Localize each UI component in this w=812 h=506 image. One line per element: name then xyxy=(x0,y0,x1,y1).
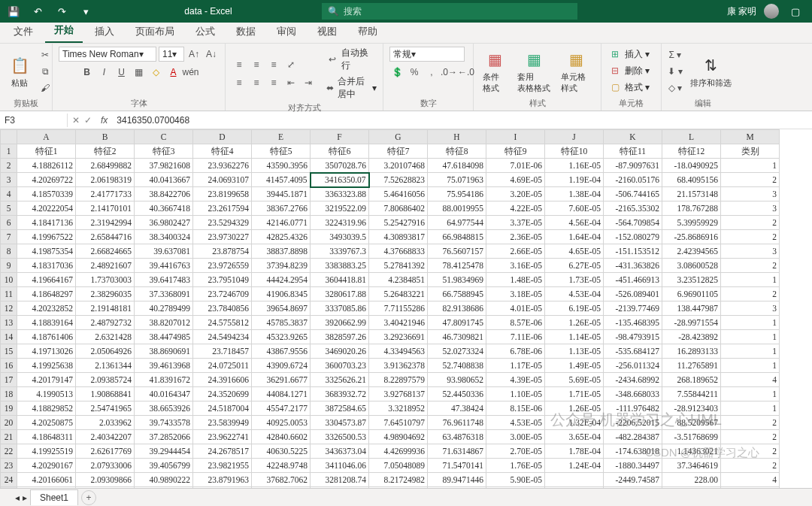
cell[interactable]: 4.18317036 xyxy=(17,259,76,273)
cell[interactable]: 23.5294329 xyxy=(193,216,252,230)
cell[interactable]: 2.07933006 xyxy=(76,459,135,473)
cell[interactable]: 37.3368091 xyxy=(135,287,193,301)
cell[interactable]: 40.2789499 xyxy=(135,301,193,316)
cell[interactable]: 37682.7062 xyxy=(252,473,311,487)
cell[interactable]: 3411046.06 xyxy=(311,459,369,473)
autosum-icon[interactable]: Σ ▾ xyxy=(668,47,683,62)
cell[interactable]: 39.4613968 xyxy=(135,359,193,373)
row-header[interactable]: 9 xyxy=(1,259,17,273)
cell[interactable]: 40.3667418 xyxy=(135,201,193,216)
qa-dropdown-icon[interactable]: ▾ xyxy=(77,2,95,20)
cell[interactable]: 23.7840856 xyxy=(193,301,252,316)
col-header[interactable]: A xyxy=(17,130,76,144)
cell[interactable]: -2449.74587 xyxy=(604,473,662,487)
fill-color-icon[interactable]: ◇ xyxy=(149,65,164,80)
cell[interactable]: 2.38296035 xyxy=(76,287,135,301)
cell[interactable]: 23.9730227 xyxy=(193,230,252,244)
cell[interactable]: 2.41771733 xyxy=(76,187,135,201)
cell[interactable]: 4.20250875 xyxy=(17,416,76,430)
cell[interactable]: 7.71155286 xyxy=(369,301,428,316)
col-header[interactable]: C xyxy=(135,130,193,144)
cell[interactable]: 2.65844716 xyxy=(76,230,135,244)
cell[interactable]: 特征1 xyxy=(17,144,76,159)
cell[interactable]: 3.23512825 xyxy=(662,273,721,287)
cell[interactable]: 3920662.99 xyxy=(311,316,369,330)
cell[interactable]: 3219522.09 xyxy=(311,201,369,216)
cell[interactable]: 64.977544 xyxy=(428,216,486,230)
cell[interactable]: 2.09309866 xyxy=(76,473,135,487)
cell[interactable]: 8.22897579 xyxy=(369,373,428,387)
cell[interactable]: 71.5470141 xyxy=(428,459,486,473)
cell[interactable]: 24.5187004 xyxy=(193,401,252,416)
row-header[interactable]: 13 xyxy=(1,316,17,330)
cell[interactable]: 23.7246709 xyxy=(193,287,252,301)
cell[interactable]: 特征4 xyxy=(193,144,252,159)
cell[interactable]: 4.18839164 xyxy=(17,316,76,330)
cell[interactable]: 24.3916606 xyxy=(193,373,252,387)
cell[interactable]: 3339767.3 xyxy=(311,244,369,259)
row-header[interactable]: 24 xyxy=(1,473,17,487)
cell[interactable]: 3.08600528 xyxy=(662,259,721,273)
cell[interactable]: 3.18E-05 xyxy=(486,287,545,301)
cell[interactable]: 特征7 xyxy=(369,144,428,159)
cell[interactable]: 40.0164347 xyxy=(135,387,193,401)
cell[interactable]: 4.20166061 xyxy=(17,473,76,487)
tab-帮助[interactable]: 帮助 xyxy=(349,21,386,43)
align-bottom-icon[interactable]: ≡ xyxy=(266,57,281,72)
row-header[interactable]: 15 xyxy=(1,344,17,359)
number-format-select[interactable]: 常规 ▾ xyxy=(389,47,465,62)
cell[interactable]: 24.5494234 xyxy=(193,330,252,344)
merge-center-button[interactable]: ⬌合并后居中 ▾ xyxy=(325,75,377,101)
cell[interactable]: 1.64E-04 xyxy=(545,230,604,244)
cell[interactable]: 2.6321428 xyxy=(76,330,135,344)
cell[interactable]: 1.26E-05 xyxy=(545,316,604,330)
cell[interactable]: 特征12 xyxy=(662,144,721,159)
cell[interactable]: 3 xyxy=(721,201,780,216)
cell[interactable]: 4.42699936 xyxy=(369,444,428,459)
cell[interactable]: 2.42394565 xyxy=(662,244,721,259)
cell[interactable]: 4 xyxy=(721,373,780,387)
cell[interactable]: 4.18570339 xyxy=(17,187,76,201)
row-header[interactable]: 2 xyxy=(1,159,17,173)
cell[interactable]: 4.20222054 xyxy=(17,201,76,216)
cell[interactable]: -151.153512 xyxy=(604,244,662,259)
paste-button[interactable]: 📋 粘贴 xyxy=(6,53,33,90)
cell[interactable]: 3683932.72 xyxy=(311,387,369,401)
cell[interactable]: 82.9138686 xyxy=(428,301,486,316)
cell[interactable]: -87.9097631 xyxy=(604,159,662,173)
cell[interactable]: 39.4416763 xyxy=(135,259,193,273)
cell[interactable]: 89.9471446 xyxy=(428,473,486,487)
cell[interactable]: 1.14363021 xyxy=(662,444,721,459)
cell[interactable]: 2 xyxy=(721,287,780,301)
cell[interactable]: 38.3400324 xyxy=(135,230,193,244)
cell-style-button[interactable]: ▦单元格样式 xyxy=(558,47,595,95)
cell[interactable]: 3.16E-05 xyxy=(486,259,545,273)
dec-decimal-icon[interactable]: ←.0 xyxy=(459,65,474,80)
cell[interactable]: -18.0490925 xyxy=(662,159,721,173)
col-header[interactable]: H xyxy=(428,130,486,144)
cell[interactable]: 1.19E-04 xyxy=(545,173,604,187)
formula-bar-value[interactable]: 3416350.0700468 xyxy=(112,115,194,126)
cell[interactable]: 1.49E-05 xyxy=(545,359,604,373)
cell[interactable]: 2.68499882 xyxy=(76,159,135,173)
cell[interactable]: 5.25427916 xyxy=(369,216,428,230)
cell[interactable]: 4.53E-05 xyxy=(486,416,545,430)
cancel-formula-icon[interactable]: ✕ xyxy=(72,115,80,126)
name-box[interactable]: F3 xyxy=(0,114,68,127)
cell[interactable]: 2.70E-05 xyxy=(486,444,545,459)
cell[interactable]: 23.2617594 xyxy=(193,201,252,216)
cell[interactable]: 41906.8345 xyxy=(252,287,311,301)
cell[interactable]: -28.423892 xyxy=(662,330,721,344)
row-header[interactable]: 16 xyxy=(1,359,17,373)
cell[interactable]: 24.0725011 xyxy=(193,359,252,373)
cell[interactable]: 4.56E-04 xyxy=(545,216,604,230)
cell[interactable]: 2 xyxy=(721,230,780,244)
cell[interactable]: 3.40421946 xyxy=(369,316,428,330)
add-sheet-button[interactable]: + xyxy=(81,490,96,505)
cell[interactable]: 2.36E-05 xyxy=(486,230,545,244)
cell[interactable]: 特征8 xyxy=(428,144,486,159)
cell[interactable]: 7.60E-05 xyxy=(545,201,604,216)
cell[interactable]: 3281208.74 xyxy=(311,473,369,487)
comma-icon[interactable]: , xyxy=(424,65,439,80)
cell[interactable]: 4.53E-04 xyxy=(545,287,604,301)
